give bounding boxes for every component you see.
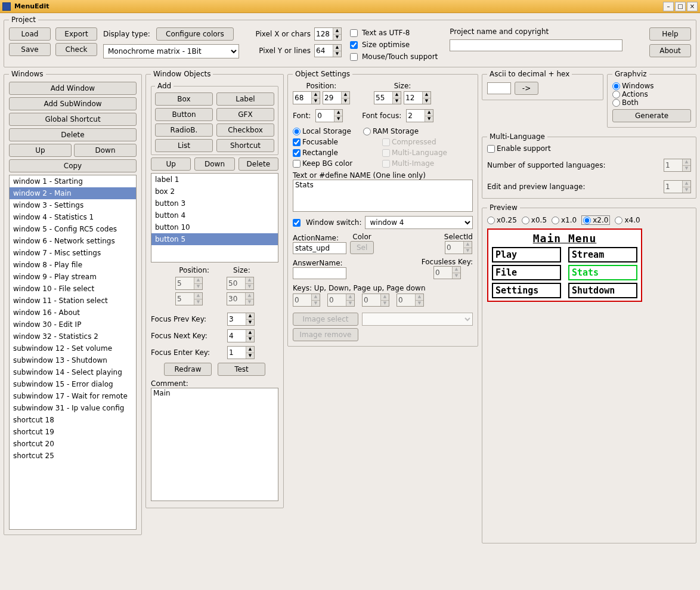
redraw-button[interactable]: Redraw (164, 363, 212, 376)
windows-list-item[interactable]: subwindow 31 - Ip value config (10, 402, 136, 414)
windows-list-item[interactable]: subwindow 15 - Error dialog (10, 378, 136, 390)
ml-enable-checkbox[interactable] (487, 145, 495, 153)
os-pos-y-spinner[interactable]: ▲▼ (323, 91, 350, 104)
add-window-button[interactable]: Add Window (9, 82, 137, 95)
windows-list-item[interactable]: shortcut 25 (10, 450, 136, 462)
add-list-button[interactable]: List (155, 139, 213, 152)
windows-list-item[interactable]: subwindow 14 - Select playing (10, 366, 136, 378)
windows-list-item[interactable]: window 1 - Starting (10, 175, 136, 187)
zoom-10-radio[interactable] (552, 217, 559, 224)
add-label-button[interactable]: Label (216, 92, 274, 106)
ascii-go-button[interactable]: -> (515, 82, 538, 95)
minimize-icon[interactable]: – (663, 2, 674, 11)
display-type-select[interactable]: Monochrome matrix - 1Bit (103, 44, 239, 58)
focusable-checkbox[interactable] (293, 138, 301, 146)
check-button[interactable]: Check (55, 43, 97, 56)
focus-enter-spinner[interactable]: ▲▼ (227, 346, 255, 359)
zoom-40-radio[interactable] (615, 217, 622, 224)
wobject-list-item[interactable]: button 3 (151, 197, 278, 209)
os-pos-x-spinner[interactable]: ▲▼ (293, 91, 320, 104)
window-objects-list[interactable]: label 1box 2button 3button 4button 10but… (151, 173, 278, 262)
windows-list-item[interactable]: window 6 - Network settings (10, 235, 136, 247)
wobject-list-item[interactable]: box 2 (151, 186, 278, 197)
windows-delete-button[interactable]: Delete (9, 128, 137, 141)
global-shortcut-button[interactable]: Global Shortcut (9, 113, 137, 126)
keep-bg-checkbox[interactable] (293, 160, 301, 168)
export-button[interactable]: Export (55, 27, 97, 41)
windows-list-item[interactable]: window 11 - Station select (10, 295, 136, 307)
gv-generate-button[interactable]: Generate (612, 109, 691, 122)
windows-list-item[interactable]: window 9 - Play stream (10, 271, 136, 283)
windows-up-button[interactable]: Up (9, 144, 72, 157)
load-button[interactable]: Load (9, 27, 51, 41)
windows-list-item[interactable]: window 5 - Config RC5 codes (10, 223, 136, 235)
windows-list-item[interactable]: subwindow 17 - Wait for remote (10, 390, 136, 402)
windows-copy-button[interactable]: Copy (9, 159, 137, 172)
window-switch-checkbox[interactable] (293, 219, 301, 227)
project-name-input[interactable] (450, 39, 622, 51)
rectangle-checkbox[interactable] (293, 149, 301, 157)
ram-storage-radio[interactable] (363, 128, 371, 135)
maximize-icon[interactable]: □ (675, 2, 686, 11)
focus-prev-spinner[interactable]: ▲▼ (227, 313, 255, 326)
windows-list-item[interactable]: window 10 - File select (10, 283, 136, 295)
textdef-textarea[interactable] (293, 180, 473, 212)
size-optimise-checkbox[interactable] (350, 41, 358, 49)
windows-list-item[interactable]: shortcut 19 (10, 426, 136, 438)
close-icon[interactable]: × (687, 2, 698, 11)
pixel-x-spinner[interactable]: ▲▼ (314, 27, 342, 41)
windows-list-item[interactable]: window 32 - Statistics 2 (10, 330, 136, 342)
windows-list-item[interactable]: window 4 - Statistics 1 (10, 211, 136, 223)
test-button[interactable]: Test (218, 363, 265, 376)
add-box-button[interactable]: Box (155, 92, 213, 106)
add-radiob-button[interactable]: RadioB. (155, 123, 213, 137)
os-size-w-spinner[interactable]: ▲▼ (374, 91, 401, 104)
windows-list-item[interactable]: window 30 - Edit IP (10, 319, 136, 330)
comment-textarea[interactable] (151, 388, 278, 501)
gv-actions-radio[interactable] (612, 91, 620, 98)
font-focus-spinner[interactable]: ▲▼ (406, 109, 433, 122)
wobject-list-item[interactable]: label 1 (151, 174, 278, 186)
gv-windows-radio[interactable] (612, 82, 620, 90)
wobj-up-button[interactable]: Up (151, 157, 191, 171)
windows-list-item[interactable]: window 2 - Main (10, 187, 136, 199)
zoom-20-radio[interactable] (583, 217, 591, 224)
configure-colors-button[interactable]: Configure colors (156, 27, 234, 41)
windows-list-item[interactable]: window 7 - Misc settings (10, 247, 136, 259)
windows-list-item[interactable]: subwindow 13 - Shutdown (10, 354, 136, 366)
windows-list[interactable]: window 1 - Startingwindow 2 - Mainwindow… (9, 175, 137, 530)
about-button[interactable]: About (649, 44, 691, 57)
mouse-checkbox[interactable] (350, 53, 358, 61)
add-checkbox-button[interactable]: Checkbox (216, 123, 274, 137)
windows-list-item[interactable]: shortcut 18 (10, 414, 136, 426)
add-gfx-button[interactable]: GFX (216, 108, 274, 121)
windows-list-item[interactable]: subwindow 12 - Set volume (10, 342, 136, 354)
zoom-025-radio[interactable] (487, 217, 495, 224)
wobject-list-item[interactable]: button 5 (151, 233, 278, 245)
windows-list-item[interactable]: window 8 - Play file (10, 259, 136, 271)
ascii-input[interactable] (487, 82, 511, 94)
focus-next-spinner[interactable]: ▲▼ (227, 329, 255, 342)
actionname-input[interactable] (293, 242, 346, 254)
windows-list-item[interactable]: shortcut 20 (10, 438, 136, 450)
answername-input[interactable] (293, 267, 346, 279)
wobj-down-button[interactable]: Down (194, 157, 234, 171)
windows-down-button[interactable]: Down (74, 144, 137, 157)
help-button[interactable]: Help (649, 27, 691, 41)
window-switch-select[interactable]: window 4 (365, 216, 473, 229)
add-subwindow-button[interactable]: Add SubWindow (9, 97, 137, 110)
font-spinner[interactable]: ▲▼ (315, 109, 343, 122)
local-storage-radio[interactable] (293, 128, 301, 135)
windows-list-item[interactable]: window 16 - About (10, 307, 136, 319)
os-size-h-spinner[interactable]: ▲▼ (404, 91, 431, 104)
save-button[interactable]: Save (9, 43, 51, 56)
wobj-delete-button[interactable]: Delete (239, 157, 278, 171)
utf8-checkbox[interactable] (350, 29, 358, 37)
add-button-button[interactable]: Button (155, 108, 213, 121)
zoom-05-radio[interactable] (522, 217, 529, 224)
gv-both-radio[interactable] (612, 99, 620, 107)
wobject-list-item[interactable]: button 4 (151, 209, 278, 221)
add-shortcut-button[interactable]: Shortcut (216, 139, 274, 152)
pixel-y-spinner[interactable]: ▲▼ (314, 44, 342, 57)
wobject-list-item[interactable]: button 10 (151, 221, 278, 233)
